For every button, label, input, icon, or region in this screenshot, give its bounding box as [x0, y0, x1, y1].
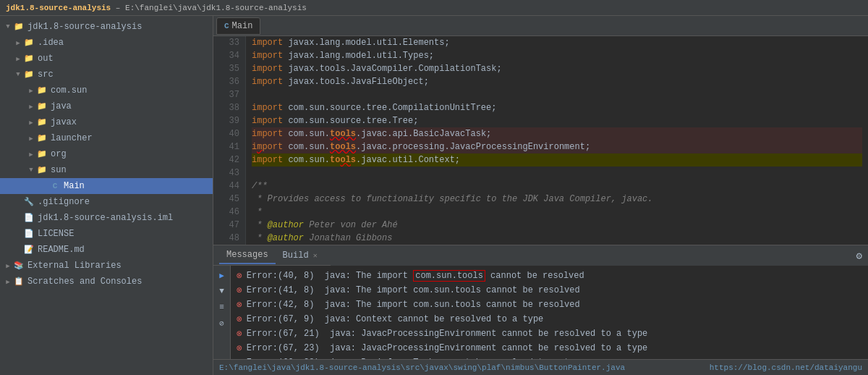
label-sun: sun — [51, 165, 67, 175]
sidebar-item-idea[interactable]: ▶ 📁 .idea — [0, 35, 213, 51]
label-idea: .idea — [38, 38, 64, 48]
title-bar: jdk1.8-source-analysis – E:\fanglei\java… — [0, 0, 868, 16]
sidebar-item-ext-libs[interactable]: ▶ 📚 External Libraries — [0, 258, 213, 274]
title-bar-text: jdk1.8-source-analysis – E:\fanglei\java… — [6, 4, 307, 12]
bottom-left-buttons: ▶ ▼ ≡ ⊘ — [213, 266, 231, 359]
message-item-2[interactable]: ⊗ Error:(42, 8) java: The import com.sun… — [231, 298, 868, 312]
tab-build[interactable]: Build ✕ — [276, 247, 325, 264]
code-line-45: * Provides access to functionality speci… — [252, 193, 862, 206]
message-line-3: Error:(67, 9) java: Context cannot be re… — [247, 314, 543, 324]
folder-icon-sun: 📁 — [36, 164, 48, 176]
message-item-3[interactable]: ⊗ Error:(67, 9) java: Context cannot be … — [231, 312, 868, 326]
label-iml: jdk1.8-source-analysis.iml — [38, 213, 173, 223]
message-item-5[interactable]: ⊗ Error:(67, 23) java: JavacProcessingEn… — [231, 341, 868, 355]
bottom-panel-header: Messages Build ✕ ⚙ — [213, 245, 868, 266]
folder-icon-src: 📁 — [23, 69, 35, 80]
message-item-1[interactable]: ⊗ Error:(41, 8) java: The import com.sun… — [231, 283, 868, 298]
tab-icon-main: C — [224, 22, 229, 30]
label-scratches: Scratches and Consoles — [27, 277, 142, 287]
code-line-35: import javax.tools.JavaCompiler.Compilat… — [252, 62, 862, 75]
folder-icon-launcher: 📁 — [36, 132, 48, 144]
sidebar-item-gitignore[interactable]: 🔧 .gitignore — [0, 194, 213, 210]
label-java: java — [51, 101, 72, 111]
project-name: jdk1.8-source-analysis — [6, 4, 111, 12]
bottom-tabs: Messages Build ✕ — [213, 245, 331, 266]
sort-button[interactable]: ≡ — [216, 300, 229, 313]
message-line-2: Error:(42, 8) java: The import com.sun.t… — [247, 300, 580, 310]
file-icon-readme: 📝 — [23, 244, 35, 256]
sidebar-item-comsun[interactable]: ▶ 📁 com.sun — [0, 83, 213, 98]
code-line-46: * — [252, 206, 862, 219]
code-line-33: import javax.lang.model.util.Elements; — [252, 36, 862, 49]
sidebar-item-src[interactable]: ▼ 📁 src — [0, 67, 213, 83]
gear-icon[interactable]: ⚙ — [856, 250, 862, 262]
editor-tab-main[interactable]: C Main — [216, 17, 260, 35]
title-bar-path-value: E:\fanglei\java\jdk1.8-source-analysis — [125, 4, 307, 12]
editor-body[interactable]: 33 34 35 36 37 38 39 40 41 42 43 44 45 4… — [213, 36, 868, 245]
code-line-44: /** — [252, 180, 862, 193]
tab-messages-label: Messages — [226, 250, 268, 260]
code-line-38: import com.sun.source.tree.CompilationUn… — [252, 101, 862, 114]
line-numbers: 33 34 35 36 37 38 39 40 41 42 43 44 45 4… — [213, 36, 246, 245]
editor-tabs: C Main — [213, 16, 868, 36]
messages-list: ⊗ Error:(40, 8) java: The import com.sun… — [231, 266, 868, 359]
sidebar-item-out[interactable]: ▶ 📁 out — [0, 51, 213, 67]
status-url: https://blog.csdn.net/dataiyangu — [710, 363, 862, 372]
arrow-sun: ▼ — [26, 167, 36, 174]
file-icon-gitignore: 🔧 — [23, 196, 35, 208]
tab-build-close[interactable]: ✕ — [313, 251, 318, 260]
message-item-0[interactable]: ⊗ Error:(40, 8) java: The import com.sun… — [231, 269, 868, 283]
sidebar-item-iml[interactable]: 📄 jdk1.8-source-analysis.iml — [0, 210, 213, 226]
code-line-36: import javax.tools.JavaFileObject; — [252, 75, 862, 88]
bottom-path-bar: E:\fanglei\java\jdk1.8-source-analysis\s… — [213, 359, 868, 375]
message-line-5: Error:(67, 23) java: JavacProcessingEnvi… — [247, 343, 648, 353]
bottom-panel: Messages Build ✕ ⚙ ▶ ▼ ≡ ⊘ — [213, 245, 868, 375]
code-line-42: import com.sun.tools.javac.util.Context; — [252, 153, 862, 167]
message-line-0: Error:(40, 8) java: The import com.sun.t… — [247, 271, 584, 281]
label-readme: README.md — [38, 245, 85, 255]
sidebar-item-sun[interactable]: ▼ 📁 sun — [0, 162, 213, 178]
code-editor[interactable]: import javax.lang.model.util.Elements; i… — [246, 36, 868, 245]
sidebar-item-org[interactable]: ▶ 📁 org — [0, 146, 213, 162]
sidebar-item-project-root[interactable]: ▼ 📁 jdk1.8-source-analysis — [0, 19, 213, 35]
sidebar-item-scratches[interactable]: ▶ 📋 Scratches and Consoles — [0, 274, 213, 290]
tab-build-label: Build — [283, 250, 309, 261]
ext-lib-icon: 📚 — [13, 260, 25, 271]
scroll-button[interactable]: ▼ — [216, 285, 229, 298]
folder-icon-org: 📁 — [36, 148, 48, 160]
code-line-37 — [252, 88, 862, 101]
label-gitignore: .gitignore — [38, 197, 90, 207]
arrow-org: ▶ — [26, 151, 36, 159]
sidebar-item-launcher[interactable]: ▶ 📁 launcher — [0, 130, 213, 146]
arrow-java: ▶ — [26, 103, 36, 111]
arrow-ext-libs: ▶ — [3, 262, 13, 270]
file-icon-iml: 📄 — [23, 212, 35, 224]
run-button[interactable]: ▶ — [216, 269, 229, 282]
message-item-4[interactable]: ⊗ Error:(67, 21) java: JavacProcessingEn… — [231, 326, 868, 341]
folder-icon-root: 📁 — [13, 21, 25, 33]
sidebar: ▼ 📁 jdk1.8-source-analysis ▶ 📁 .idea ▶ 📁… — [0, 16, 213, 375]
sidebar-item-readme[interactable]: 📝 README.md — [0, 242, 213, 258]
tab-label-main: Main — [232, 21, 253, 31]
arrow-project-root: ▼ — [3, 23, 13, 30]
arrow-src: ▼ — [13, 71, 23, 78]
error-icon-1: ⊗ — [237, 285, 242, 296]
code-line-47: * @author Peter von der Ahé — [252, 219, 862, 232]
code-line-43 — [252, 167, 862, 180]
arrow-javax: ▶ — [26, 119, 36, 127]
folder-icon-idea: 📁 — [23, 37, 35, 49]
tab-messages[interactable]: Messages — [219, 247, 276, 264]
clear-button[interactable]: ⊘ — [216, 316, 229, 329]
sidebar-item-javax[interactable]: ▶ 📁 javax — [0, 114, 213, 130]
label-javax: javax — [51, 117, 77, 127]
folder-icon-java: 📁 — [36, 101, 48, 112]
bottom-path: E:\fanglei\java\jdk1.8-source-analysis\s… — [219, 363, 625, 372]
error-icon-2: ⊗ — [237, 299, 242, 311]
sidebar-item-license[interactable]: 📄 LICENSE — [0, 226, 213, 242]
sidebar-item-main[interactable]: C Main — [0, 178, 213, 194]
message-line-4: Error:(67, 21) java: JavacProcessingEnvi… — [247, 329, 648, 339]
sidebar-item-java[interactable]: ▶ 📁 java — [0, 98, 213, 114]
label-project-root: jdk1.8-source-analysis — [27, 22, 142, 32]
sidebar-content[interactable]: ▼ 📁 jdk1.8-source-analysis ▶ 📁 .idea ▶ 📁… — [0, 16, 213, 375]
code-line-39: import com.sun.source.tree.Tree; — [252, 114, 862, 127]
